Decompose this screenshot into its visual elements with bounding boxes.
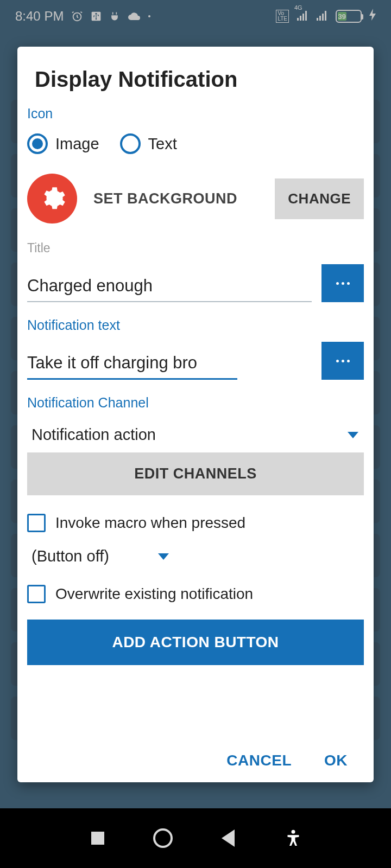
dialog-actions: CANCEL OK	[27, 740, 364, 777]
button-state-value: (Button off)	[31, 547, 109, 565]
checkbox-unchecked-icon	[27, 514, 46, 532]
checkbox-unchecked-icon	[27, 585, 46, 603]
change-button[interactable]: CHANGE	[275, 178, 364, 219]
nav-home-button[interactable]	[152, 827, 174, 849]
radio-unselected-icon	[120, 133, 141, 154]
set-background-label: SET BACKGROUND	[93, 190, 258, 207]
overwrite-checkbox-row[interactable]: Overwrite existing notification	[27, 585, 364, 603]
notification-text-label: Notification text	[27, 317, 364, 333]
more-icon	[336, 360, 350, 362]
title-more-button[interactable]	[321, 264, 364, 302]
radio-image-label: Image	[55, 135, 99, 153]
title-input[interactable]	[27, 272, 312, 302]
overwrite-label: Overwrite existing notification	[55, 585, 253, 603]
radio-image[interactable]: Image	[27, 133, 99, 154]
channel-dropdown[interactable]: Notification action	[27, 419, 364, 450]
chevron-down-icon	[348, 432, 358, 438]
radio-text[interactable]: Text	[120, 133, 177, 154]
gear-icon	[39, 185, 66, 212]
circle-icon	[153, 828, 173, 848]
channel-value: Notification action	[31, 426, 156, 444]
nav-back-button[interactable]	[217, 827, 239, 849]
notification-text-more-button[interactable]	[321, 342, 364, 380]
triangle-back-icon	[222, 829, 235, 847]
square-icon	[91, 832, 104, 845]
chevron-down-icon	[158, 553, 169, 560]
svg-point-3	[292, 830, 295, 834]
title-field-label: Title	[27, 241, 364, 256]
nav-recent-button[interactable]	[87, 827, 109, 849]
notification-icon-preview[interactable]	[27, 174, 77, 224]
more-icon	[336, 282, 350, 285]
edit-channels-button[interactable]: EDIT CHANNELS	[27, 452, 364, 495]
display-notification-dialog: Display Notification Icon Image Text SET…	[17, 47, 374, 782]
accessibility-icon	[286, 829, 301, 847]
ok-button[interactable]: OK	[324, 752, 348, 769]
channel-label: Notification Channel	[27, 395, 364, 411]
button-state-dropdown[interactable]: (Button off)	[27, 538, 364, 575]
icon-type-radio-group: Image Text	[27, 130, 364, 167]
nav-accessibility-button[interactable]	[282, 827, 304, 849]
navigation-bar	[0, 808, 391, 868]
radio-selected-icon	[27, 133, 48, 154]
add-action-button[interactable]: ADD ACTION BUTTON	[27, 620, 364, 665]
notification-text-input[interactable]	[27, 349, 237, 380]
cancel-button[interactable]: CANCEL	[226, 752, 292, 769]
dialog-title: Display Notification	[27, 67, 364, 92]
invoke-macro-checkbox-row[interactable]: Invoke macro when pressed	[27, 514, 364, 532]
invoke-macro-label: Invoke macro when pressed	[55, 514, 245, 532]
radio-text-label: Text	[148, 135, 177, 153]
icon-section-label: Icon	[27, 106, 364, 122]
